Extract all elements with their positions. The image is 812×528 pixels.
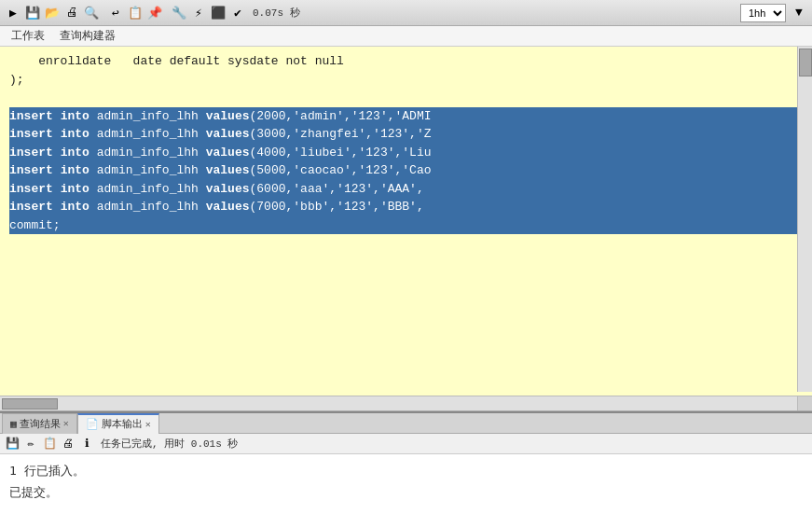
code-line-1: enrolldate date default sysdate not null — [9, 52, 803, 71]
code-line-3 — [9, 89, 803, 107]
print-icon[interactable]: 🖨 — [62, 4, 81, 22]
query-result-icon: ▦ — [10, 418, 17, 430]
result-edit-icon[interactable]: ✏ — [22, 436, 39, 452]
result-save-icon[interactable]: 💾 — [4, 436, 21, 452]
code-line-8: insert into admin_info_lhh values(6000,'… — [9, 180, 803, 199]
commit-icon[interactable]: ✔ — [228, 4, 247, 22]
code-line-2: ); — [9, 71, 803, 90]
tab-script-output-close[interactable]: ✕ — [145, 419, 151, 430]
result-info-icon[interactable]: ℹ — [78, 436, 95, 452]
menu-query-builder[interactable]: 查询构建器 — [52, 26, 123, 46]
result-toolbar: 💾 ✏ 📋 🖨 ℹ 任务已完成, 用时 0.01s 秒 — [0, 434, 812, 454]
run-icon[interactable]: ▶ — [4, 4, 22, 22]
tab-query-result[interactable]: ▦ 查询结果 ✕ — [2, 413, 77, 434]
code-line-4: insert into admin_info_lhh values(2000,'… — [9, 107, 803, 126]
result-status-text: 任务已完成, 用时 0.01s 秒 — [101, 437, 238, 451]
connection-selector[interactable]: 1hh — [740, 4, 786, 22]
scrollbar-thumb[interactable] — [799, 49, 812, 76]
bottom-area: ▦ 查询结果 ✕ 📄 脚本输出 ✕ 💾 ✏ 📋 🖨 ℹ 任务已完成, 用时 0.… — [0, 410, 812, 528]
paste-icon[interactable]: 📌 — [145, 4, 164, 22]
editor-horizontal-scrollbar[interactable] — [0, 396, 797, 410]
execute-icon[interactable]: ⚡ — [189, 4, 208, 22]
main-toolbar: ▶ 💾 📂 🖨 🔍 ↩ 📋 📌 🔧 ⚡ ⬛ ✔ 0.07s 秒 1hh ▼ — [0, 0, 812, 26]
code-line-6: insert into admin_info_lhh values(4000,'… — [9, 144, 803, 162]
execution-time: 0.07s 秒 — [253, 6, 300, 20]
open-icon[interactable]: 📂 — [43, 4, 62, 22]
dropdown-icon[interactable]: ▼ — [790, 4, 808, 22]
result-output-area: 1 行已插入。 已提交。 — [0, 454, 812, 528]
result-line-3: 已提交。 — [9, 481, 803, 503]
tab-query-result-label: 查询结果 — [20, 417, 61, 431]
editor-area: enrolldate date default sysdate not null… — [0, 47, 812, 410]
undo-icon[interactable]: ↩ — [106, 4, 125, 22]
save-icon[interactable]: 💾 — [23, 4, 42, 22]
result-tabs-bar: ▦ 查询结果 ✕ 📄 脚本输出 ✕ — [0, 411, 812, 434]
result-print-icon[interactable]: 🖨 — [60, 436, 76, 452]
editor-content[interactable]: enrolldate date default sysdate not null… — [0, 47, 812, 410]
tab-script-output-label: 脚本输出 — [102, 417, 143, 431]
result-copy-icon[interactable]: 📋 — [41, 436, 58, 452]
menubar: 工作表 查询构建器 — [0, 26, 812, 47]
result-line-1: 1 行已插入。 — [9, 460, 803, 481]
editor-vertical-scrollbar[interactable] — [797, 47, 812, 392]
code-line-7: insert into admin_info_lhh values(5000,'… — [9, 161, 803, 180]
tab-script-output[interactable]: 📄 脚本输出 ✕ — [77, 413, 159, 434]
h-scrollbar-thumb[interactable] — [2, 398, 58, 410]
toolbar-icons: ▶ 💾 📂 🖨 🔍 ↩ 📋 📌 🔧 ⚡ ⬛ ✔ 0.07s 秒 — [4, 4, 740, 22]
menu-worksheet[interactable]: 工作表 — [4, 26, 52, 46]
scrollbar-corner — [797, 396, 812, 410]
toolbar-right: 1hh ▼ — [740, 4, 808, 22]
script-output-icon: 📄 — [86, 418, 99, 430]
code-line-5: insert into admin_info_lhh values(3000,'… — [9, 125, 803, 144]
tab-query-result-close[interactable]: ✕ — [63, 418, 69, 429]
format-icon[interactable]: 🔧 — [170, 4, 188, 22]
stop-icon[interactable]: ⬛ — [209, 4, 227, 22]
copy-icon[interactable]: 📋 — [126, 4, 145, 22]
find-icon[interactable]: 🔍 — [82, 4, 101, 22]
code-line-9: insert into admin_info_lhh values(7000,'… — [9, 198, 803, 216]
code-line-10: commit; — [9, 216, 803, 235]
